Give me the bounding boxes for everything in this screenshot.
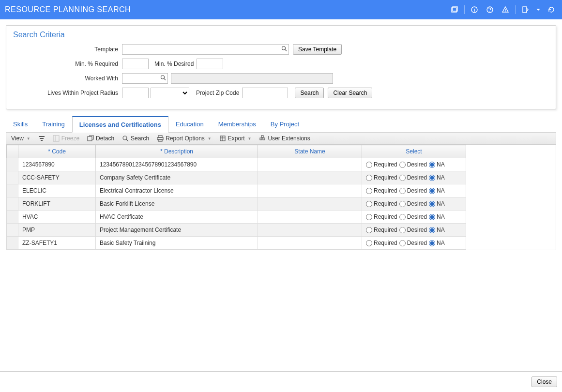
table-row[interactable]: ELECLICElectrical Contractor License Req… <box>7 184 466 197</box>
col-code[interactable]: * Code <box>18 145 96 158</box>
toolbar-report-label: Report Options <box>166 135 205 142</box>
table-row[interactable]: ZZ-SAFETY1Basic Safety Traiining Require… <box>7 237 466 250</box>
radio-na[interactable] <box>429 214 435 220</box>
row-handle[interactable] <box>7 211 18 224</box>
row-handle[interactable] <box>7 224 18 237</box>
col-description[interactable]: * Description <box>96 145 258 158</box>
row-handle[interactable] <box>7 171 18 184</box>
cell-select: Required Desired NA <box>362 158 466 171</box>
radio-na[interactable] <box>429 175 435 181</box>
row-handle[interactable] <box>7 197 18 211</box>
col-state[interactable]: State Name <box>258 145 362 158</box>
toolbar-view[interactable]: View ▼ <box>11 135 30 142</box>
clear-search-button[interactable]: Clear Search <box>328 88 372 98</box>
cell-code: ZZ-SAFETY1 <box>18 237 96 250</box>
separator <box>464 5 465 14</box>
tab-strip: Skills Training Licenses and Certificati… <box>6 116 556 133</box>
radio-required[interactable] <box>366 201 372 207</box>
toolbar-filter[interactable] <box>38 135 45 142</box>
table-row[interactable]: CCC-SAFETYCompany Safety Certificate Req… <box>7 171 466 184</box>
radio-desired[interactable] <box>399 188 406 194</box>
edit-icon[interactable] <box>519 4 531 15</box>
radio-required[interactable] <box>366 214 372 220</box>
refresh-icon[interactable] <box>546 4 557 15</box>
worked-with-display <box>171 73 333 84</box>
search-button[interactable]: Search <box>295 88 324 98</box>
row-handle[interactable] <box>7 158 18 171</box>
radio-na-label: NA <box>437 187 445 194</box>
toolbar-report-options[interactable]: Report Options ▼ <box>157 135 212 142</box>
svg-rect-25 <box>220 136 225 141</box>
toolbar-search[interactable]: Search <box>122 135 149 142</box>
help-icon[interactable] <box>484 4 496 15</box>
min-required-input[interactable] <box>122 59 149 69</box>
cell-state <box>258 184 362 197</box>
worked-with-input[interactable] <box>122 73 168 84</box>
radio-na[interactable] <box>429 188 435 194</box>
min-required-label: Min. % Required <box>13 60 122 67</box>
radius-value-input[interactable] <box>122 88 149 98</box>
radio-desired[interactable] <box>399 227 406 233</box>
cell-description: HVAC Certificate <box>96 211 258 224</box>
table-row[interactable]: 1234567890123456789012345678901234567890… <box>7 158 466 171</box>
zip-input[interactable] <box>242 88 288 98</box>
cell-description: Electrical Contractor License <box>96 184 258 197</box>
radio-desired[interactable] <box>399 162 406 168</box>
svg-point-8 <box>505 11 505 12</box>
radio-required-label: Required <box>374 174 397 181</box>
cell-description: Company Safety Certificate <box>96 171 258 184</box>
chevron-down-icon: ▼ <box>247 136 251 141</box>
toolbar-detach[interactable]: Detach <box>87 135 114 142</box>
radio-desired[interactable] <box>399 240 406 246</box>
separator <box>515 5 516 14</box>
radio-na[interactable] <box>429 227 435 233</box>
radio-desired[interactable] <box>399 214 406 220</box>
radio-required-label: Required <box>374 240 397 246</box>
tab-skills[interactable]: Skills <box>6 116 35 133</box>
radio-required[interactable] <box>366 227 372 233</box>
cell-select: Required Desired NA <box>362 211 466 224</box>
radio-desired[interactable] <box>399 175 406 181</box>
search-criteria-panel: Search Criteria Template Save Template M… <box>6 25 556 109</box>
warning-icon[interactable] <box>500 4 511 15</box>
radio-na[interactable] <box>429 201 435 207</box>
tab-licenses[interactable]: Licenses and Certifications <box>72 116 168 133</box>
radius-unit-select[interactable] <box>151 88 189 98</box>
radio-na-label: NA <box>437 213 445 220</box>
radio-required[interactable] <box>366 188 372 194</box>
header-bar: RESOURCE PLANNING SEARCH <box>0 0 562 19</box>
col-select[interactable]: Select <box>362 145 466 158</box>
template-input[interactable] <box>122 44 289 55</box>
radio-required[interactable] <box>366 162 372 168</box>
row-handle[interactable] <box>7 184 18 197</box>
min-desired-input[interactable] <box>197 59 223 69</box>
template-label: Template <box>13 46 122 53</box>
radio-desired[interactable] <box>399 201 406 207</box>
table-row[interactable]: HVACHVAC Certificate Required Desired NA <box>7 211 466 224</box>
tab-by-project[interactable]: By Project <box>263 116 306 133</box>
info-icon[interactable] <box>469 4 480 15</box>
svg-rect-15 <box>40 138 44 139</box>
table-row[interactable]: PMPProject Management Certificate Requir… <box>7 224 466 237</box>
toolbar-user-extensions[interactable]: User Extensions <box>259 135 310 142</box>
radio-required[interactable] <box>366 240 372 246</box>
svg-rect-14 <box>39 136 45 137</box>
toolbar-export[interactable]: Export ▼ <box>219 135 252 142</box>
radio-required-label: Required <box>374 226 397 233</box>
cell-code: HVAC <box>18 211 96 224</box>
row-handle[interactable] <box>7 237 18 250</box>
save-template-button[interactable]: Save Template <box>293 44 342 55</box>
tab-education[interactable]: Education <box>168 116 211 133</box>
radio-na[interactable] <box>429 240 435 246</box>
toolbar-freeze[interactable]: Freeze <box>53 135 79 142</box>
extensions-icon <box>259 135 266 142</box>
table-row[interactable]: FORKLIFTBasic Forklift License Required … <box>7 197 466 211</box>
print-icon <box>157 135 164 142</box>
dropdown-icon[interactable] <box>535 4 542 15</box>
radio-required[interactable] <box>366 175 372 181</box>
radio-na[interactable] <box>429 162 435 168</box>
windows-icon[interactable] <box>449 4 460 15</box>
tab-memberships[interactable]: Memberships <box>211 116 263 133</box>
detach-icon <box>87 135 94 142</box>
tab-training[interactable]: Training <box>35 116 72 133</box>
